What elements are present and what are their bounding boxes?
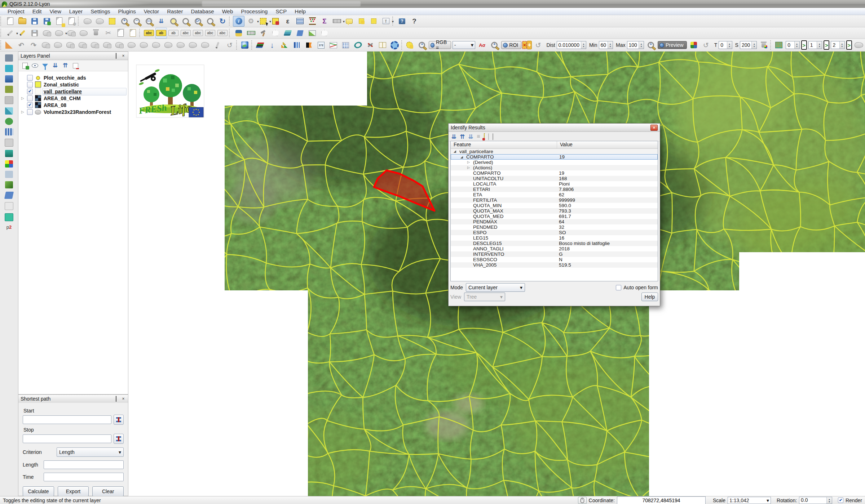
expand-new-results-button[interactable]: ⇊ — [468, 133, 473, 140]
layer-row-volume-randomforest[interactable]: ▷ Volume23x23RandomForest — [18, 108, 128, 115]
scp-spectral-plot-button[interactable] — [328, 40, 339, 50]
merge-features-button[interactable] — [175, 40, 186, 50]
dist-spinbox[interactable]: 0.010000 ▴▾ — [557, 41, 586, 49]
help-contents-button[interactable]: ? — [396, 16, 408, 27]
collapse-tree-button[interactable]: ⇈ — [460, 133, 464, 140]
capture-start-button[interactable] — [114, 415, 124, 425]
zoom-to-selection-button[interactable] — [168, 16, 179, 27]
menu-plugins[interactable]: Plugins — [114, 8, 140, 14]
toolbar-grip[interactable] — [251, 40, 253, 50]
plugin-icon[interactable] — [5, 75, 13, 82]
close-panel-button[interactable]: × — [121, 54, 126, 58]
measure-button[interactable]: ▾ — [331, 16, 343, 27]
scp-roi-manager-button[interactable] — [352, 40, 364, 50]
length-input[interactable] — [44, 460, 124, 469]
fill-ring-button[interactable] — [89, 40, 101, 50]
identify-button[interactable]: i — [233, 16, 244, 27]
layer-checkbox[interactable]: ✔ — [27, 89, 33, 94]
undo-button[interactable]: ↶ — [16, 40, 27, 50]
t-spinbox[interactable]: 0 ▴▾ — [719, 41, 732, 49]
shortest-path-header[interactable]: Shortest path × — [18, 395, 128, 403]
toolbar-grip[interactable] — [401, 40, 403, 50]
plugin-icon[interactable] — [5, 160, 13, 168]
scp-tools-button[interactable] — [365, 40, 376, 50]
add-circular-string-button[interactable]: ▾ — [53, 28, 65, 39]
new-composer-button[interactable] — [53, 16, 65, 27]
band3-apply-button[interactable]: > — [846, 40, 852, 50]
save-project-button[interactable] — [29, 16, 40, 27]
menu-vector[interactable]: Vector — [140, 8, 163, 14]
rotation-spinbox[interactable]: 0.0 ▴▾ — [799, 497, 832, 504]
label-pin-unpin-button[interactable]: ab — [155, 28, 167, 39]
plugin-icon[interactable] — [5, 128, 13, 135]
menu-project[interactable]: Project — [4, 8, 28, 14]
python-console-button[interactable] — [233, 28, 244, 39]
layer-checkbox[interactable]: ✔ — [27, 102, 33, 108]
calculate-button[interactable]: Calculate — [23, 486, 54, 496]
attribute-row[interactable]: LOCALITAPioni — [451, 181, 658, 187]
copy-feature-button[interactable] — [484, 134, 485, 140]
scp-add-roi-button[interactable]: + — [527, 41, 532, 49]
float-panel-button[interactable] — [114, 54, 119, 58]
split-features-button[interactable] — [150, 40, 162, 50]
feature-column-header[interactable]: Feature — [451, 141, 557, 148]
vector-tool-1-button[interactable] — [270, 28, 281, 39]
composer-manager-button[interactable]: ⚙ — [66, 16, 77, 27]
attribute-row[interactable]: LEG1516 — [451, 235, 658, 241]
reshape-features-button[interactable] — [126, 40, 137, 50]
remove-layer-button[interactable] — [72, 62, 79, 69]
close-dialog-button[interactable]: × — [650, 125, 658, 131]
text-annotation-button[interactable]: T▾ — [380, 16, 392, 27]
label-rotate-button[interactable]: abc — [204, 28, 216, 39]
scp-classification-button[interactable] — [279, 40, 290, 50]
vector-tool-2-button[interactable] — [294, 28, 306, 39]
mode-combo[interactable]: Current layer ▾ — [466, 283, 525, 292]
stop-input[interactable] — [23, 434, 111, 443]
split-parts-button[interactable] — [163, 40, 174, 50]
plugin-icon[interactable] — [5, 86, 13, 93]
rgb-combo[interactable]: -▾ — [453, 41, 476, 49]
merge-attributes-button[interactable] — [187, 40, 199, 50]
add-part-button[interactable] — [77, 40, 88, 50]
scp-delete-roi-button[interactable]: × — [522, 41, 527, 49]
zoom-full-button[interactable]: ⇊ — [155, 16, 167, 27]
add-ring-button[interactable] — [65, 40, 76, 50]
tree-row-actions[interactable]: ▷ (Actions) — [451, 165, 658, 170]
attribute-row[interactable]: FERTILITA999999 — [451, 197, 658, 203]
expander-icon[interactable]: ▷ — [21, 96, 24, 100]
toggle-editing-button[interactable] — [17, 28, 28, 39]
scp-zoom-plus-button[interactable]: + — [489, 40, 500, 50]
delete-ring-button[interactable] — [101, 40, 113, 50]
attribute-row[interactable]: ANNO_TAGLI2018 — [451, 246, 658, 251]
plugin-icon[interactable] — [5, 54, 13, 62]
menu-layer[interactable]: Layer — [65, 8, 87, 14]
menu-help[interactable]: Help — [291, 8, 310, 14]
layer-row-area-08[interactable]: ✔ AREA_08 — [18, 102, 128, 108]
rotate-symbols-button[interactable] — [199, 40, 211, 50]
zoom-last-button[interactable]: ▷ — [192, 16, 204, 27]
expand-tree-button[interactable]: ⇊ — [451, 133, 456, 140]
menu-scp[interactable]: SCP — [272, 8, 291, 14]
attribute-row[interactable]: ETTARI7.8806 — [451, 187, 658, 192]
toolbar-grip[interactable] — [78, 17, 81, 26]
attribute-row[interactable]: PENDMED32 — [451, 224, 658, 230]
google-earth-plugin-button[interactable] — [239, 40, 251, 50]
scale-combo[interactable]: 1:13,042 ▾ — [728, 497, 771, 504]
layer-row-area-08-chm[interactable]: ▷ AREA_08_CHM — [18, 95, 128, 102]
scp-scatter-plot-button[interactable] — [340, 40, 352, 50]
band2-spinbox[interactable]: 1 ▴▾ — [808, 41, 822, 49]
toolbar-grip[interactable] — [0, 29, 4, 37]
layer-checkbox[interactable] — [27, 82, 33, 88]
min-spinbox[interactable]: 60 ▴▾ — [599, 41, 613, 49]
statistics-button[interactable] — [306, 16, 318, 27]
plugin-icon[interactable] — [5, 202, 13, 210]
toolbar-grip[interactable] — [0, 17, 4, 26]
menu-view[interactable]: View — [46, 8, 65, 14]
expand-all-button[interactable]: ⇊ — [52, 62, 59, 69]
start-input[interactable] — [23, 415, 111, 424]
attribute-row[interactable]: INTERVENTOG — [451, 251, 658, 257]
menu-settings[interactable]: Settings — [87, 8, 114, 14]
attribute-row[interactable]: ETA62 — [451, 192, 658, 197]
rgb-radio[interactable] — [431, 43, 434, 48]
attribute-row[interactable]: DESCLEG15Bosco misto di latifoglie — [451, 241, 658, 246]
